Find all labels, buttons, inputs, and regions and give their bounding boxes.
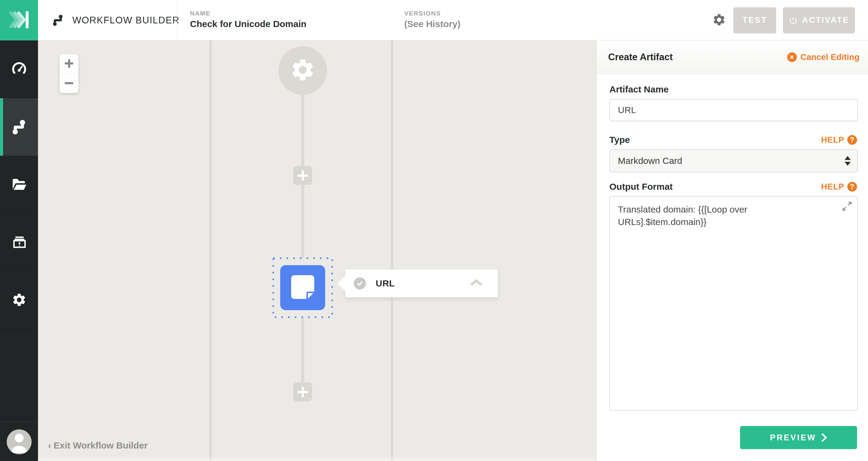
type-select[interactable]: Markdown Card: [609, 149, 858, 172]
type-label: Type: [609, 135, 630, 145]
expand-icon: [842, 201, 852, 212]
sidebar-item-files[interactable]: [0, 156, 38, 214]
add-step-button-top[interactable]: [293, 166, 312, 185]
preview-button[interactable]: PREVIEW: [740, 426, 857, 449]
select-arrows-icon: [845, 156, 851, 166]
activate-button[interactable]: ACTIVATE: [783, 7, 855, 33]
panel-body: Artifact Name Type HELP ? Markdown Card …: [597, 84, 868, 411]
node-callout-label: URL: [376, 278, 395, 289]
brand-logo[interactable]: [0, 0, 38, 40]
add-step-button-bottom[interactable]: [293, 382, 312, 401]
zoom-out-button[interactable]: [60, 74, 79, 92]
plus-icon: [298, 387, 308, 397]
lane-divider-left: [209, 40, 212, 461]
cancel-editing-label: Cancel Editing: [801, 52, 860, 62]
gear-icon: [11, 292, 27, 309]
workflow-builder-app: WORKFLOW BUILDER NAME Check for Unicode …: [0, 0, 868, 461]
folder-icon: [11, 176, 27, 193]
output-format-textarea[interactable]: [609, 196, 858, 411]
output-format-wrap: [609, 196, 858, 411]
artifact-name-label: Artifact Name: [609, 84, 669, 94]
create-artifact-node[interactable]: [280, 265, 325, 310]
panel-title: Create Artifact: [608, 52, 673, 63]
top-header: WORKFLOW BUILDER NAME Check for Unicode …: [0, 0, 868, 40]
inbox-alert-icon: [11, 234, 27, 251]
exit-workflow-builder-link[interactable]: ‹ Exit Workflow Builder: [48, 440, 148, 451]
power-icon: [789, 16, 798, 25]
help-link-label: HELP: [821, 135, 844, 145]
lane-divider-right: [391, 40, 393, 461]
output-format-help-link[interactable]: HELP ?: [821, 182, 857, 192]
app-title-group: WORKFLOW BUILDER: [52, 0, 180, 40]
check-icon: [354, 277, 366, 289]
circle-question-icon: ?: [847, 182, 857, 192]
circle-x-icon: ×: [787, 52, 797, 62]
canvas-bottom-fade: [38, 456, 596, 461]
node-callout[interactable]: URL: [345, 269, 498, 297]
zoom-in-button[interactable]: [60, 54, 79, 73]
type-select-value: Markdown Card: [618, 156, 682, 166]
header-divider: [177, 0, 177, 40]
test-button[interactable]: TEST: [733, 7, 776, 33]
create-artifact-panel: Create Artifact × Cancel Editing Artifac…: [596, 40, 868, 461]
sidebar-footer: [0, 422, 38, 461]
artifact-name-input[interactable]: [609, 99, 858, 121]
note-card-icon: [290, 275, 315, 301]
name-label: NAME: [190, 10, 306, 17]
panel-header: Create Artifact × Cancel Editing: [597, 40, 868, 74]
workflow-name-value[interactable]: Check for Unicode Domain: [190, 19, 306, 29]
see-history-link[interactable]: (See History): [404, 19, 460, 29]
user-avatar[interactable]: [7, 429, 32, 454]
workflow-icon: [11, 119, 27, 136]
activate-button-label: ACTIVATE: [802, 16, 849, 25]
workflow-icon: [52, 13, 64, 27]
chevron-up-icon[interactable]: [469, 279, 483, 288]
settings-button[interactable]: [711, 13, 727, 28]
person-icon: [7, 429, 32, 454]
gear-icon: [290, 57, 316, 84]
help-link-label: HELP: [821, 182, 844, 192]
header-actions: TEST ACTIVATE: [711, 0, 855, 40]
sidebar-item-workflows[interactable]: [0, 98, 38, 156]
plus-icon: [298, 170, 308, 181]
versions-label: VERSIONS: [404, 10, 460, 17]
gear-icon: [712, 13, 726, 28]
sidebar-item-settings[interactable]: [0, 271, 38, 329]
workflow-canvas[interactable]: URL ‹ Exit Workflow Builder: [38, 40, 596, 461]
connector-line: [301, 94, 304, 166]
page-title: WORKFLOW BUILDER: [72, 15, 180, 26]
circle-question-icon: ?: [847, 135, 857, 145]
main-sidebar: [0, 40, 38, 461]
gauge-icon: [11, 61, 27, 78]
chevron-right-icon: [821, 433, 827, 442]
output-format-row: Output Format HELP ?: [609, 181, 857, 192]
output-format-label: Output Format: [609, 181, 673, 192]
cancel-editing-button[interactable]: × Cancel Editing: [787, 52, 860, 62]
preview-button-label: PREVIEW: [770, 433, 816, 442]
test-button-label: TEST: [742, 16, 767, 25]
expand-editor-button[interactable]: [840, 200, 854, 213]
zoom-controls: [60, 54, 79, 93]
connector-line: [301, 318, 304, 382]
artifact-name-row: Artifact Name: [609, 84, 857, 94]
workflow-name-field: NAME Check for Unicode Domain: [190, 10, 306, 29]
trigger-node[interactable]: [278, 46, 327, 95]
sidebar-item-incidents[interactable]: [0, 214, 38, 271]
type-row: Type HELP ?: [609, 135, 857, 145]
sidebar-item-dashboard[interactable]: [0, 40, 38, 98]
swimlane-chevrons-icon: [8, 11, 30, 30]
connector-line: [301, 184, 304, 258]
type-help-link[interactable]: HELP ?: [821, 135, 857, 145]
versions-field: VERSIONS (See History): [404, 10, 460, 29]
